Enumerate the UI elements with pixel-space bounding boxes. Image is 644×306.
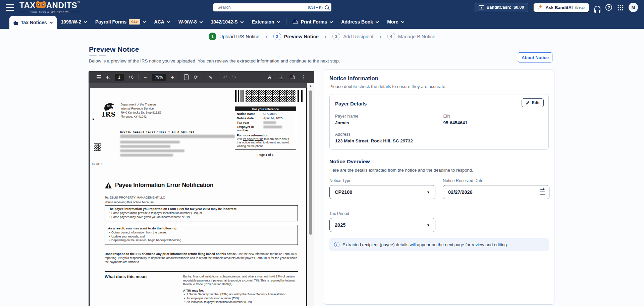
banditcash-amount: $0.00 — [514, 5, 524, 10]
calendar-icon[interactable] — [540, 189, 545, 195]
redacted-taxpayer-id — [263, 126, 282, 128]
chevron-down-icon — [199, 20, 203, 23]
add-text-annotation-icon[interactable]: A+ — [268, 75, 273, 80]
search-shortcut-hint: (Ctrl + K) — [308, 5, 323, 9]
about-notice-button[interactable]: About Notice — [518, 52, 552, 62]
help-icon[interactable]: ? — [605, 4, 612, 11]
nav-tab-address-book[interactable]: Address Book — [337, 15, 383, 29]
nav-label: 1042/1042-S — [211, 19, 238, 25]
received-date-input[interactable] — [448, 189, 540, 195]
apps-grid-icon[interactable] — [617, 4, 624, 11]
nav-label: Address Book — [341, 19, 373, 25]
nav-tab-extension[interactable]: Extension — [248, 15, 284, 29]
irs-logo-text: IRS — [102, 111, 116, 118]
step-label: Manage B Notice — [398, 34, 435, 39]
notice-date-value: April 14, 2025 — [263, 117, 282, 120]
chevron-down-icon — [143, 20, 146, 23]
for-your-reference-box: For your reference Notice nameCP2100A No… — [235, 106, 296, 150]
chevron-down-icon — [167, 20, 170, 23]
zoom-out-icon[interactable]: − — [144, 75, 147, 80]
download-icon[interactable] — [279, 75, 283, 79]
notice-received-date-field[interactable] — [443, 185, 549, 199]
step-label: Preview Notice — [284, 34, 319, 39]
main-navbar: Tax Notices 1099/W-2 Payroll Forms 94x A… — [0, 15, 644, 29]
zoom-level-value[interactable]: 79% — [152, 74, 166, 81]
toolbar-divider — [179, 74, 179, 80]
more-options-kebab-icon[interactable]: ⋮ — [301, 75, 306, 80]
print-icon[interactable] — [290, 75, 295, 79]
notice-type-label: Notice Type — [329, 178, 435, 183]
notice-type-select[interactable]: CP2100 ▼ — [329, 185, 435, 199]
undo-icon[interactable]: ↶ — [223, 75, 227, 80]
toolbar-divider — [218, 74, 218, 80]
taxbandits-logo[interactable]: TAX ANDITS ® Your 1099 & W2 Experts — [19, 1, 80, 14]
pdf-page-number-input[interactable]: 1 — [115, 74, 124, 81]
nav-tab-1099-w2[interactable]: 1099/W-2 — [57, 15, 91, 29]
tax-period-group: Tax Period 2025 ▼ — [329, 211, 435, 232]
nav-label: Payroll Forms — [95, 19, 126, 25]
tax-period-select[interactable]: 2025 ▼ — [329, 218, 435, 232]
pdf-page: IRS Department of the Treasury Internal … — [90, 88, 306, 306]
pdf-scrollbar[interactable]: ▲ — [307, 83, 314, 306]
corner-code: 022016 — [92, 163, 103, 166]
nav-label: Extension — [252, 19, 274, 25]
sparkle-icon — [538, 5, 543, 10]
search-icon[interactable] — [325, 5, 329, 9]
step-upload-irs-notice[interactable]: 1 Upload IRS Notice — [209, 33, 259, 40]
irs-eagle-logo: IRS — [102, 102, 116, 119]
page-1-of-5-label: Page 1 of 5 — [235, 153, 296, 157]
support-headset-icon[interactable] — [594, 6, 600, 11]
rotate-icon[interactable]: ⟳ — [194, 75, 198, 80]
chevron-down-icon — [401, 20, 404, 23]
global-search[interactable]: (Ctrl + K) — [213, 3, 331, 11]
nav-tab-print-forms[interactable]: Print Forms — [288, 15, 337, 29]
step-add-recipient[interactable]: 3 Add Recipient — [332, 33, 373, 40]
banditcash-button[interactable]: $ BanditCash: $0.00 — [475, 3, 528, 12]
nav-tab-1042[interactable]: 1042/1042-S — [207, 15, 248, 29]
ein-value: 95-6454641 — [443, 120, 543, 125]
wizard-stepper: 1 Upload IRS Notice › 2 Preview Notice ›… — [0, 33, 644, 40]
step-arrow-icon: › — [325, 34, 326, 40]
irs-gov-link[interactable]: irs.gov/cp2100a — [243, 137, 263, 141]
pdf-sidebar-toggle-icon[interactable] — [97, 75, 101, 79]
scroll-up-arrow-icon[interactable]: ▲ — [307, 84, 314, 87]
mail-routing-code: 022016.544263.14371.13892 1 AB 0.593 693 — [120, 131, 194, 134]
top-header: TAX ANDITS ® Your 1099 & W2 Experts (Ctr… — [0, 0, 644, 15]
payer-name-field: Payer Name James — [335, 114, 443, 125]
select-caret-icon: ▼ — [427, 223, 430, 227]
tax-period-label: Tax Period — [329, 211, 435, 216]
nav-tab-tax-notices[interactable]: Tax Notices — [9, 16, 57, 29]
reference-box-title: For your reference — [235, 107, 296, 111]
redacted-line — [120, 154, 173, 157]
redo-icon[interactable]: ↷ — [232, 75, 236, 80]
nav-tab-w9-w8[interactable]: W-9/W-8 — [174, 15, 207, 29]
step-label: Add Recipient — [343, 34, 373, 39]
nav-tab-more[interactable]: More — [383, 15, 408, 29]
notice-title-row: Payee Information Error Notification — [105, 182, 213, 189]
search-input[interactable] — [217, 5, 308, 10]
fit-to-page-icon[interactable]: ↕ — [184, 74, 189, 80]
notice-to-line: To: ESUS PROPERTY MANAGEMENT LLC — [105, 196, 165, 199]
step-preview-notice[interactable]: 2 Preview Notice — [273, 33, 319, 40]
datamatrix-barcode — [94, 143, 101, 151]
user-avatar[interactable]: M — [629, 3, 638, 12]
nav-tab-aca[interactable]: ACA — [150, 15, 174, 29]
redacted-line — [120, 145, 170, 148]
scrollbar-thumb[interactable] — [309, 90, 312, 235]
edit-payer-button[interactable]: Edit — [522, 98, 544, 107]
payer-details-title: Payer Details — [335, 101, 543, 106]
pdf-text-tool-icon[interactable]: e. — [106, 75, 110, 80]
nav-label: W-9/W-8 — [178, 19, 197, 25]
redacted-line — [120, 149, 184, 152]
hamburger-menu-icon[interactable] — [6, 4, 14, 11]
nav-tab-payroll-forms[interactable]: Payroll Forms 94x — [91, 15, 150, 29]
print-registration-mark — [93, 119, 94, 120]
draw-annotation-icon[interactable]: ∿ — [208, 75, 213, 80]
pencil-icon — [526, 101, 530, 105]
step-manage-b-notice[interactable]: 4 Manage B Notice — [387, 33, 435, 40]
panel-title: Notice Information — [329, 75, 549, 82]
ask-banditai-button[interactable]: Ask BanditAI (Beta) — [533, 3, 590, 12]
title-underline-decoration — [89, 55, 106, 56]
step-number: 4 — [387, 33, 395, 40]
zoom-in-icon[interactable]: + — [171, 75, 174, 80]
